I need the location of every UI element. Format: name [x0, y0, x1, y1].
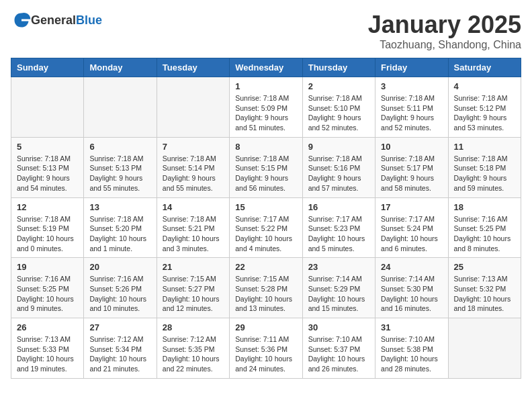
- day-number: 1: [235, 81, 296, 91]
- weekday-header-row: Sunday Monday Tuesday Wednesday Thursday…: [11, 58, 521, 77]
- day-number: 12: [17, 202, 78, 212]
- week-row-4: 19Sunrise: 7:16 AMSunset: 5:25 PMDayligh…: [11, 258, 521, 318]
- day-info: Sunrise: 7:18 AMSunset: 5:09 PMDaylight:…: [235, 93, 296, 133]
- day-info: Sunrise: 7:18 AMSunset: 5:19 PMDaylight:…: [17, 214, 78, 254]
- day-info: Sunrise: 7:10 AMSunset: 5:38 PMDaylight:…: [381, 334, 442, 374]
- calendar-cell: 25Sunrise: 7:13 AMSunset: 5:32 PMDayligh…: [448, 258, 521, 318]
- day-info: Sunrise: 7:17 AMSunset: 5:24 PMDaylight:…: [381, 214, 442, 254]
- day-number: 11: [454, 142, 515, 152]
- day-number: 28: [163, 322, 224, 332]
- calendar-cell: 15Sunrise: 7:17 AMSunset: 5:22 PMDayligh…: [230, 197, 302, 258]
- calendar-cell: [157, 77, 229, 138]
- day-info: Sunrise: 7:15 AMSunset: 5:27 PMDaylight:…: [163, 274, 224, 314]
- week-row-5: 26Sunrise: 7:13 AMSunset: 5:33 PMDayligh…: [11, 318, 521, 379]
- header-saturday: Saturday: [448, 58, 521, 77]
- day-info: Sunrise: 7:17 AMSunset: 5:23 PMDaylight:…: [308, 214, 369, 254]
- calendar-cell: 8Sunrise: 7:18 AMSunset: 5:15 PMDaylight…: [230, 137, 302, 197]
- day-info: Sunrise: 7:12 AMSunset: 5:35 PMDaylight:…: [163, 334, 224, 374]
- day-info: Sunrise: 7:18 AMSunset: 5:13 PMDaylight:…: [89, 154, 150, 193]
- day-info: Sunrise: 7:13 AMSunset: 5:32 PMDaylight:…: [454, 274, 515, 314]
- day-number: 20: [89, 262, 150, 272]
- day-number: 2: [308, 81, 369, 91]
- calendar-cell: 1Sunrise: 7:18 AMSunset: 5:09 PMDaylight…: [230, 77, 302, 138]
- day-number: 27: [89, 322, 150, 332]
- calendar-cell: [448, 318, 521, 379]
- week-row-1: 1Sunrise: 7:18 AMSunset: 5:09 PMDaylight…: [11, 77, 521, 138]
- day-number: 21: [163, 262, 224, 272]
- day-info: Sunrise: 7:18 AMSunset: 5:15 PMDaylight:…: [235, 154, 296, 193]
- calendar-cell: 13Sunrise: 7:18 AMSunset: 5:20 PMDayligh…: [84, 197, 157, 258]
- day-info: Sunrise: 7:18 AMSunset: 5:10 PMDaylight:…: [308, 93, 369, 133]
- calendar-cell: 12Sunrise: 7:18 AMSunset: 5:19 PMDayligh…: [11, 197, 84, 258]
- calendar-cell: 5Sunrise: 7:18 AMSunset: 5:13 PMDaylight…: [11, 137, 84, 197]
- calendar-cell: 4Sunrise: 7:18 AMSunset: 5:12 PMDaylight…: [448, 77, 521, 138]
- day-number: 24: [381, 262, 442, 272]
- day-number: 31: [381, 322, 442, 332]
- day-number: 29: [235, 322, 296, 332]
- day-number: 14: [163, 202, 224, 212]
- month-title: January 2025: [368, 11, 521, 39]
- calendar-cell: 18Sunrise: 7:16 AMSunset: 5:25 PMDayligh…: [448, 197, 521, 258]
- day-info: Sunrise: 7:10 AMSunset: 5:37 PMDaylight:…: [308, 334, 369, 374]
- week-row-3: 12Sunrise: 7:18 AMSunset: 5:19 PMDayligh…: [11, 197, 521, 258]
- calendar-cell: 16Sunrise: 7:17 AMSunset: 5:23 PMDayligh…: [302, 197, 375, 258]
- day-info: Sunrise: 7:14 AMSunset: 5:29 PMDaylight:…: [308, 274, 369, 314]
- calendar-cell: 17Sunrise: 7:17 AMSunset: 5:24 PMDayligh…: [375, 197, 448, 258]
- week-row-2: 5Sunrise: 7:18 AMSunset: 5:13 PMDaylight…: [11, 137, 521, 197]
- calendar-cell: 22Sunrise: 7:15 AMSunset: 5:28 PMDayligh…: [230, 258, 302, 318]
- day-info: Sunrise: 7:16 AMSunset: 5:26 PMDaylight:…: [89, 274, 150, 314]
- day-number: 26: [17, 322, 78, 332]
- day-number: 17: [381, 202, 442, 212]
- calendar-cell: 20Sunrise: 7:16 AMSunset: 5:26 PMDayligh…: [84, 258, 157, 318]
- day-info: Sunrise: 7:13 AMSunset: 5:33 PMDaylight:…: [17, 334, 78, 374]
- day-info: Sunrise: 7:18 AMSunset: 5:14 PMDaylight:…: [163, 154, 224, 193]
- day-info: Sunrise: 7:12 AMSunset: 5:34 PMDaylight:…: [89, 334, 150, 374]
- header-monday: Monday: [84, 58, 157, 77]
- calendar-cell: 3Sunrise: 7:18 AMSunset: 5:11 PMDaylight…: [375, 77, 448, 138]
- page-header: GeneralBlue January 2025 Taozhuang, Shan…: [11, 11, 521, 51]
- day-number: 7: [163, 142, 224, 152]
- calendar-cell: 21Sunrise: 7:15 AMSunset: 5:27 PMDayligh…: [157, 258, 229, 318]
- day-number: 4: [454, 81, 515, 91]
- day-info: Sunrise: 7:15 AMSunset: 5:28 PMDaylight:…: [235, 274, 296, 314]
- day-number: 25: [454, 262, 515, 272]
- calendar-cell: 31Sunrise: 7:10 AMSunset: 5:38 PMDayligh…: [375, 318, 448, 379]
- calendar-cell: 7Sunrise: 7:18 AMSunset: 5:14 PMDaylight…: [157, 137, 229, 197]
- day-number: 9: [308, 142, 369, 152]
- day-info: Sunrise: 7:16 AMSunset: 5:25 PMDaylight:…: [454, 214, 515, 254]
- day-info: Sunrise: 7:18 AMSunset: 5:17 PMDaylight:…: [381, 154, 442, 193]
- calendar-table: Sunday Monday Tuesday Wednesday Thursday…: [11, 58, 521, 379]
- day-info: Sunrise: 7:18 AMSunset: 5:12 PMDaylight:…: [454, 93, 515, 133]
- day-info: Sunrise: 7:16 AMSunset: 5:25 PMDaylight:…: [17, 274, 78, 314]
- calendar-cell: 14Sunrise: 7:18 AMSunset: 5:21 PMDayligh…: [157, 197, 229, 258]
- day-info: Sunrise: 7:18 AMSunset: 5:16 PMDaylight:…: [308, 154, 369, 193]
- logo-general: General: [31, 13, 76, 27]
- day-number: 10: [381, 142, 442, 152]
- logo-blue: Blue: [76, 13, 102, 27]
- day-info: Sunrise: 7:18 AMSunset: 5:21 PMDaylight:…: [163, 214, 224, 254]
- calendar-cell: 27Sunrise: 7:12 AMSunset: 5:34 PMDayligh…: [84, 318, 157, 379]
- calendar-cell: 28Sunrise: 7:12 AMSunset: 5:35 PMDayligh…: [157, 318, 229, 379]
- day-number: 16: [308, 202, 369, 212]
- day-number: 30: [308, 322, 369, 332]
- calendar-cell: 19Sunrise: 7:16 AMSunset: 5:25 PMDayligh…: [11, 258, 84, 318]
- day-info: Sunrise: 7:14 AMSunset: 5:30 PMDaylight:…: [381, 274, 442, 314]
- header-tuesday: Tuesday: [157, 58, 229, 77]
- day-info: Sunrise: 7:18 AMSunset: 5:18 PMDaylight:…: [454, 154, 515, 193]
- day-number: 15: [235, 202, 296, 212]
- header-wednesday: Wednesday: [230, 58, 302, 77]
- day-number: 23: [308, 262, 369, 272]
- day-number: 13: [89, 202, 150, 212]
- day-number: 5: [17, 142, 78, 152]
- day-info: Sunrise: 7:18 AMSunset: 5:13 PMDaylight:…: [17, 154, 78, 193]
- day-number: 3: [381, 81, 442, 91]
- calendar-cell: 9Sunrise: 7:18 AMSunset: 5:16 PMDaylight…: [302, 137, 375, 197]
- day-number: 19: [17, 262, 78, 272]
- calendar-cell: 11Sunrise: 7:18 AMSunset: 5:18 PMDayligh…: [448, 137, 521, 197]
- header-sunday: Sunday: [11, 58, 84, 77]
- calendar-cell: 26Sunrise: 7:13 AMSunset: 5:33 PMDayligh…: [11, 318, 84, 379]
- day-number: 8: [235, 142, 296, 152]
- calendar-cell: 6Sunrise: 7:18 AMSunset: 5:13 PMDaylight…: [84, 137, 157, 197]
- header-friday: Friday: [375, 58, 448, 77]
- logo: GeneralBlue: [11, 11, 102, 30]
